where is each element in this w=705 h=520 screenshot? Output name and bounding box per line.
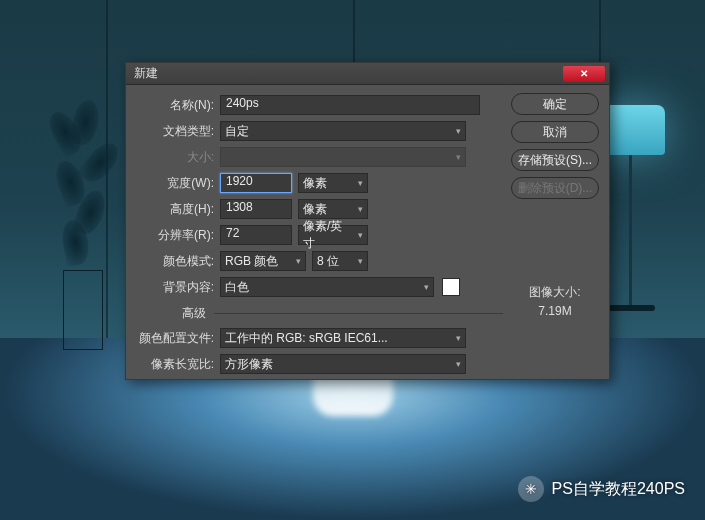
close-icon: ✕ [580, 68, 588, 79]
close-button[interactable]: ✕ [563, 66, 605, 82]
doctype-label: 文档类型: [136, 123, 220, 140]
width-unit-select[interactable]: 像素▾ [298, 173, 368, 193]
ok-button[interactable]: 确定 [511, 93, 599, 115]
advanced-divider: 高级 [136, 305, 503, 322]
chevron-down-icon: ▾ [456, 126, 461, 136]
colormode-label: 颜色模式: [136, 253, 220, 270]
cancel-button[interactable]: 取消 [511, 121, 599, 143]
height-label: 高度(H): [136, 201, 220, 218]
resolution-label: 分辨率(R): [136, 227, 220, 244]
chevron-down-icon: ▾ [456, 152, 461, 162]
width-input[interactable]: 1920 [220, 173, 292, 193]
side-column: 确定 取消 存储预设(S)... 删除预设(D)... 图像大小: 7.19M [503, 93, 599, 371]
dialog-title: 新建 [130, 65, 563, 82]
size-select: ▾ [220, 147, 466, 167]
save-preset-button[interactable]: 存储预设(S)... [511, 149, 599, 171]
bgcolor-swatch[interactable] [442, 278, 460, 296]
width-label: 宽度(W): [136, 175, 220, 192]
colormode-select[interactable]: RGB 颜色▾ [220, 251, 306, 271]
wechat-icon: ✳ [518, 476, 544, 502]
plant [48, 100, 118, 350]
height-unit-select[interactable]: 像素▾ [298, 199, 368, 219]
chevron-down-icon: ▾ [358, 230, 363, 240]
watermark-text: PS自学教程240PS [552, 479, 685, 500]
colorprofile-label: 颜色配置文件: [136, 330, 220, 347]
dialog-titlebar[interactable]: 新建 ✕ [126, 63, 609, 85]
chevron-down-icon: ▾ [456, 333, 461, 343]
aspect-select[interactable]: 方形像素▾ [220, 354, 466, 374]
chevron-down-icon: ▾ [358, 256, 363, 266]
resolution-unit-select[interactable]: 像素/英寸▾ [298, 225, 368, 245]
colordepth-select[interactable]: 8 位▾ [312, 251, 368, 271]
advanced-label: 高级 [136, 305, 214, 322]
bgcontent-select[interactable]: 白色▾ [220, 277, 434, 297]
new-document-dialog: 新建 ✕ 名称(N): 240ps 文档类型: 自定▾ 大小: ▾ [125, 62, 610, 380]
chevron-down-icon: ▾ [358, 178, 363, 188]
image-size-value: 7.19M [511, 302, 599, 321]
image-size-info: 图像大小: 7.19M [511, 283, 599, 321]
name-input[interactable]: 240ps [220, 95, 480, 115]
delete-preset-button: 删除预设(D)... [511, 177, 599, 199]
name-label: 名称(N): [136, 97, 220, 114]
height-input[interactable]: 1308 [220, 199, 292, 219]
watermark: ✳ PS自学教程240PS [518, 476, 685, 502]
doctype-select[interactable]: 自定▾ [220, 121, 466, 141]
colorprofile-select[interactable]: 工作中的 RGB: sRGB IEC61...▾ [220, 328, 466, 348]
aspect-label: 像素长宽比: [136, 356, 220, 373]
chevron-down-icon: ▾ [296, 256, 301, 266]
resolution-input[interactable]: 72 [220, 225, 292, 245]
bgcontent-label: 背景内容: [136, 279, 220, 296]
chevron-down-icon: ▾ [358, 204, 363, 214]
form-column: 名称(N): 240ps 文档类型: 自定▾ 大小: ▾ 宽度(W): 1920 [136, 93, 503, 371]
chevron-down-icon: ▾ [424, 282, 429, 292]
size-label: 大小: [136, 149, 220, 166]
image-size-label: 图像大小: [511, 283, 599, 302]
chevron-down-icon: ▾ [456, 359, 461, 369]
